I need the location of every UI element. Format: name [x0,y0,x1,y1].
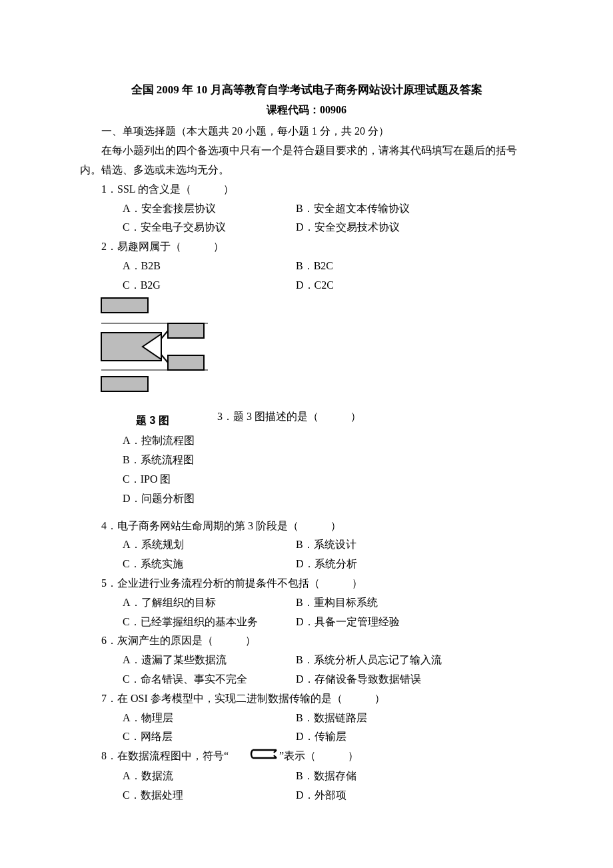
q1-opt-a: A．安全套接层协议 [123,199,296,219]
q8-opt-a: A．数据流 [123,767,296,786]
svg-line-5 [161,331,168,339]
q5-options: A．了解组织的目标 B．重构目标系统 C．已经掌握组织的基本业务 D．具备一定管… [80,593,533,632]
q3-figure-caption: 题 3 图 [96,411,209,431]
svg-rect-3 [168,323,204,338]
q6-stem: 6．灰洞产生的原因是（ ） [80,631,533,651]
page: 全国 2009 年 10 月高等教育自学考试电子商务网站设计原理试题及答案 课程… [0,0,613,868]
q3-opt-c: C．IPO 图 [123,470,533,489]
doc-title: 全国 2009 年 10 月高等教育自学考试电子商务网站设计原理试题及答案 [80,80,533,101]
q4-stem: 4．电子商务网站生命周期的第 3 阶段是（ ） [80,517,533,536]
q1-options: A．安全套接层协议 B．安全超文本传输协议 C．安全电子交易协议 D．安全交易技… [80,199,533,238]
q8-options: A．数据流 B．数据存储 C．数据处理 D．外部项 [80,767,533,805]
q1-opt-d: D．安全交易技术协议 [296,218,533,237]
q5-stem: 5．企业进行业务流程分析的前提条件不包括（ ） [80,574,533,593]
q6-opt-a: A．遗漏了某些数据流 [123,651,296,670]
svg-rect-4 [168,355,204,370]
q6-opt-d: D．存储设备导致数据错误 [296,670,533,689]
q2-options: A．B2B B．B2C C．B2G D．C2C [80,257,533,295]
q6-options: A．遗漏了某些数据流 B．系统分析人员忘记了输入流 C．命名错误、事实不完全 D… [80,651,533,689]
q2-stem: 2．易趣网属于（ ） [80,237,533,257]
q3-opt-a: A．控制流程图 [123,431,533,451]
q5-opt-a: A．了解组织的目标 [123,593,296,613]
q1-opt-b: B．安全超文本传输协议 [296,199,533,219]
q2-opt-a: A．B2B [123,257,296,276]
q7-opt-d: D．传输层 [296,727,533,747]
q3-options: A．控制流程图 B．系统流程图 C．IPO 图 D．问题分析图 [80,431,533,508]
section1-heading: 一、单项选择题（本大题共 20 小题，每小题 1 分，共 20 分） [80,122,533,141]
q1-stem: 1．SSL 的含义是（ ） [80,180,533,199]
q7-opt-b: B．数据链路层 [296,709,533,728]
q5-opt-c: C．已经掌握组织的基本业务 [123,613,296,632]
q3-figure: 题 3 图 [96,297,209,431]
q5-opt-b: B．重构目标系统 [296,593,533,613]
q3-opt-b: B．系统流程图 [123,451,533,470]
q2-opt-c: C．B2G [123,276,296,295]
q8-opt-c: C．数据处理 [123,786,296,805]
q7-opt-c: C．网络层 [123,727,296,747]
q4-opt-b: B．系统设计 [296,535,533,555]
q3-diagram-icon [96,297,209,410]
section1-instruction: 在每小题列出的四个备选项中只有一个是符合题目要求的，请将其代码填写在题后的括号内… [80,141,533,180]
q4-opt-d: D．系统分析 [296,555,533,574]
q3-stem: 3．题 3 图描述的是（ ） [209,407,361,431]
svg-line-6 [161,355,168,363]
open-rectangle-icon [229,747,279,767]
q3-opt-d: D．问题分析图 [123,489,533,509]
q6-opt-b: B．系统分析人员忘记了输入流 [296,651,533,670]
q8-stem-post: ”表示（ ） [279,750,358,761]
q8-opt-b: B．数据存储 [296,767,533,786]
q7-opt-a: A．物理层 [123,709,296,728]
q3-figure-block: 题 3 图 3．题 3 图描述的是（ ） [96,297,533,431]
doc-subtitle: 课程代码：00906 [80,101,533,120]
q8-opt-d: D．外部项 [296,786,533,805]
svg-rect-0 [101,298,148,313]
q6-opt-c: C．命名错误、事实不完全 [123,670,296,689]
q2-opt-b: B．B2C [296,257,533,276]
svg-rect-7 [101,377,148,391]
q8-stem: 8．在数据流程图中，符号“”表示（ ） [80,747,533,767]
q5-opt-d: D．具备一定管理经验 [296,613,533,632]
q4-opt-c: C．系统实施 [123,555,296,574]
q1-opt-c: C．安全电子交易协议 [123,218,296,237]
q7-options: A．物理层 B．数据链路层 C．网络层 D．传输层 [80,709,533,747]
q4-options: A．系统规划 B．系统设计 C．系统实施 D．系统分析 [80,535,533,574]
q8-stem-pre: 8．在数据流程图中，符号“ [101,750,229,761]
q7-stem: 7．在 OSI 参考模型中，实现二进制数据传输的是（ ） [80,689,533,709]
q2-opt-d: D．C2C [296,276,533,295]
q4-opt-a: A．系统规划 [123,535,296,555]
